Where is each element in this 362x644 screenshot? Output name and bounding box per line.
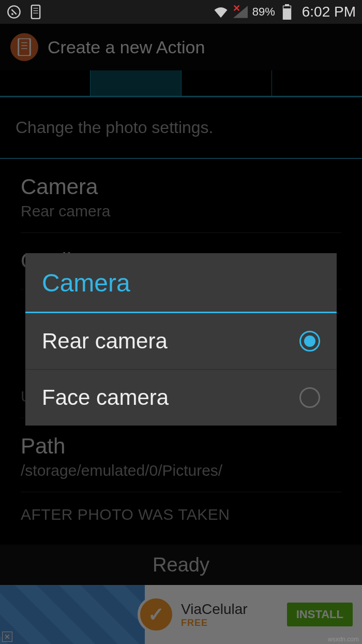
tab-3[interactable]: [182, 70, 272, 96]
ready-label: Ready: [153, 554, 209, 576]
status-bar: ✕ 89% 6:02 PM: [0, 0, 362, 24]
setting-label: Camera: [21, 174, 341, 199]
setting-label: Path: [21, 434, 341, 459]
camera-dialog: Camera Rear camera Face camera: [25, 253, 337, 426]
svg-rect-1: [32, 5, 40, 19]
tab-4[interactable]: [272, 70, 362, 96]
tab-2[interactable]: [90, 70, 181, 96]
radio-button[interactable]: [299, 331, 320, 352]
ad-brand: ViaCelular: [181, 601, 248, 618]
tab-1[interactable]: [0, 70, 90, 96]
status-right: ✕ 89% 6:02 PM: [213, 4, 356, 20]
battery-icon: [279, 4, 295, 20]
ad-close-icon[interactable]: ✕: [2, 632, 12, 642]
radio-button[interactable]: [299, 387, 320, 408]
dialog-option-label: Face camera: [42, 385, 169, 410]
dialog-option-label: Rear camera: [42, 329, 168, 354]
section-subtitle: Change the photo settings.: [0, 97, 362, 158]
signal-icon: ✕: [233, 4, 248, 20]
tab-bar: [0, 70, 362, 97]
ad-text: ViaCelular FREE: [181, 601, 248, 628]
section-header: AFTER PHOTO WAS TAKEN: [21, 492, 341, 528]
app-notification-icon: [6, 4, 22, 20]
ready-bar[interactable]: Ready: [0, 545, 362, 585]
setting-value: /storage/emulated/0/Pictures/: [21, 462, 341, 479]
battery-percent: 89%: [252, 5, 275, 19]
wifi-icon: [213, 4, 229, 20]
dialog-title: Camera: [25, 253, 337, 313]
ad-check-icon: ✓: [138, 596, 175, 633]
setting-path[interactable]: Path /storage/emulated/0/Pictures/: [21, 418, 341, 492]
dialog-option-face[interactable]: Face camera: [25, 370, 337, 426]
app-header-icon: [10, 33, 38, 61]
status-clock: 6:02 PM: [302, 4, 356, 20]
svg-rect-7: [283, 6, 291, 8]
device-notification-icon: [28, 4, 43, 20]
app-header: Create a new Action: [0, 24, 362, 70]
ad-image: [0, 585, 145, 644]
status-left: [6, 4, 43, 20]
ad-banner[interactable]: ✕ ✓ ViaCelular FREE INSTALL: [0, 585, 362, 644]
dialog-option-rear[interactable]: Rear camera: [25, 313, 337, 370]
setting-camera[interactable]: Camera Rear camera: [21, 159, 341, 233]
setting-value: Rear camera: [21, 202, 341, 220]
svg-rect-8: [19, 38, 31, 56]
svg-rect-6: [285, 4, 289, 6]
ad-free: FREE: [181, 618, 248, 628]
ad-install-button[interactable]: INSTALL: [287, 603, 353, 626]
page-title: Create a new Action: [48, 37, 205, 57]
watermark: wsxdn.com: [328, 636, 359, 643]
